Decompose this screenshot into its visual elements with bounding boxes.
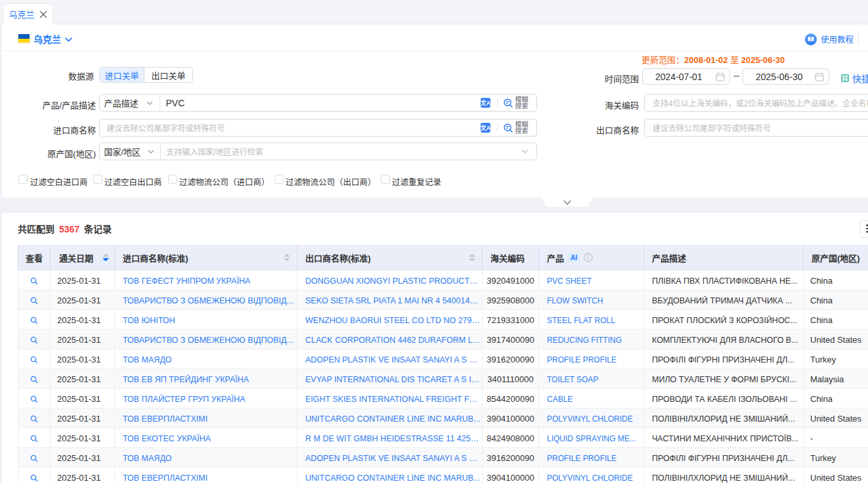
svg-text:文A: 文A — [481, 99, 490, 106]
svg-text:文A: 文A — [481, 124, 490, 131]
